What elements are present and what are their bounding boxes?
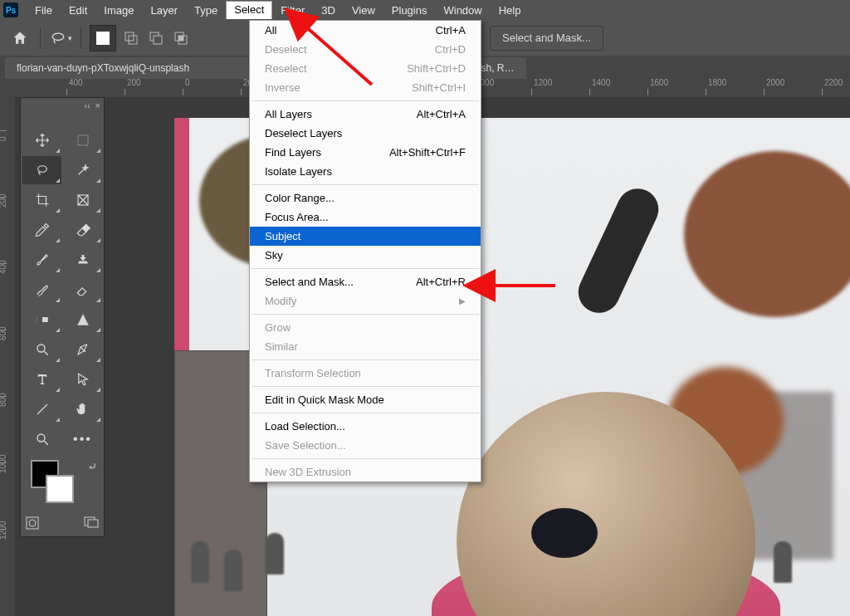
close-icon[interactable]: × (95, 100, 100, 110)
menu-separator (252, 386, 479, 387)
pen-tool[interactable] (63, 335, 102, 364)
menu-item-sky[interactable]: Sky (250, 246, 481, 265)
type-tool[interactable] (22, 365, 61, 394)
quick-mask-toggle[interactable] (26, 515, 41, 533)
menu-edit[interactable]: Edit (61, 2, 95, 19)
selection-mode-intersect[interactable] (171, 28, 191, 48)
menu-select[interactable]: Select (226, 1, 272, 19)
separator (40, 27, 41, 49)
crop-tool[interactable] (22, 186, 61, 214)
separator (81, 27, 81, 49)
svg-point-16 (29, 520, 36, 526)
menu-item-save-selection: Save Selection... (250, 436, 481, 455)
hand-tool[interactable] (63, 395, 102, 423)
color-swatches[interactable]: ⤾ (21, 455, 104, 511)
svg-line-19 (304, 25, 372, 85)
svg-point-9 (37, 166, 46, 173)
tools-panel: ‹‹ × ••• (20, 97, 105, 537)
tab-label: florian-van-duyn-pXToxwjqliQ-unsplash (17, 62, 189, 74)
move-tool[interactable] (22, 126, 61, 154)
menu-item-isolate-layers[interactable]: Isolate Layers (250, 162, 481, 181)
menu-item-new-3d-extrusion: New 3D Extrusion (250, 462, 481, 482)
menu-file[interactable]: File (27, 2, 61, 19)
menu-item-modify: Modify▶ (250, 291, 481, 310)
menu-item-find-layers[interactable]: Find LayersAlt+Shift+Ctrl+F (250, 143, 481, 162)
frame-tool[interactable] (63, 186, 102, 214)
svg-rect-7 (178, 36, 183, 41)
ruler-tick: 800 (0, 393, 7, 407)
menu-item-select-and-mask[interactable]: Select and Mask...Alt+Ctrl+R (250, 272, 481, 291)
collapse-icon[interactable]: ‹‹ (84, 100, 90, 110)
lasso-tool-icon[interactable]: ▾ (49, 27, 72, 50)
menu-item-subject[interactable]: Subject (250, 227, 481, 246)
ruler-tick: 1800 (708, 78, 726, 87)
clone-stamp-tool[interactable] (63, 246, 102, 274)
menu-item-edit-in-quick-mask-mode[interactable]: Edit in Quick Mask Mode (250, 390, 481, 409)
vertical-ruler: 0 200 400 600 800 1000 1200 (0, 97, 15, 616)
menu-item-color-range[interactable]: Color Range... (250, 188, 481, 208)
zoom-tool[interactable] (22, 425, 61, 453)
menu-separator (252, 458, 479, 459)
menu-item-grow: Grow (250, 318, 481, 337)
menu-filter[interactable]: Filter (272, 2, 313, 19)
menu-item-focus-area[interactable]: Focus Area... (250, 208, 481, 227)
ruler-tick: 1200 (534, 78, 552, 87)
magic-wand-tool[interactable] (63, 156, 102, 184)
ruler-tick: 200 (127, 78, 141, 87)
svg-rect-12 (37, 317, 42, 322)
history-brush-tool[interactable] (22, 276, 61, 304)
menu-image[interactable]: Image (95, 2, 142, 19)
home-icon[interactable] (8, 27, 32, 50)
app-logo: Ps (3, 2, 18, 17)
menu-view[interactable]: View (344, 2, 383, 19)
screen-mode-toggle[interactable] (84, 515, 99, 533)
ruler-tick: 200 (0, 193, 7, 208)
background-color[interactable] (46, 475, 74, 503)
ruler-tick: 0 (185, 78, 190, 87)
selection-mode-subtract[interactable] (146, 28, 166, 48)
menu-type[interactable]: Type (186, 2, 226, 19)
more-tool[interactable]: ••• (63, 425, 102, 453)
gradient-tool[interactable] (22, 306, 61, 334)
ruler-tick: 1600 (650, 78, 668, 87)
annotation-arrow (297, 18, 380, 96)
svg-point-0 (52, 33, 63, 40)
lasso-tool[interactable] (22, 156, 61, 184)
menu-layer[interactable]: Layer (143, 2, 187, 19)
ruler-tick: 1000 (0, 455, 7, 473)
ruler-tick: 1400 (592, 78, 610, 87)
menu-plugins[interactable]: Plugins (383, 2, 436, 19)
path-select-tool[interactable] (63, 365, 102, 394)
svg-point-13 (37, 345, 45, 352)
menu-item-transform-selection: Transform Selection (250, 364, 481, 383)
menu-item-all-layers[interactable]: All LayersAlt+Ctrl+A (250, 105, 481, 124)
selection-mode-add[interactable] (121, 28, 141, 48)
eyedropper-tool[interactable] (22, 216, 61, 244)
ruler-tick: 2200 (824, 78, 843, 87)
marquee-tool[interactable] (63, 126, 102, 154)
swap-colors-icon[interactable]: ⤾ (88, 460, 97, 472)
zoom-tool-b[interactable] (22, 335, 61, 364)
ruler-tick: 2000 (766, 78, 784, 87)
menu-item-similar: Similar (250, 337, 481, 356)
svg-rect-18 (88, 520, 98, 527)
svg-point-14 (37, 434, 45, 442)
line-tool[interactable] (22, 395, 61, 423)
menu-separator (252, 359, 479, 360)
menu-item-deselect-layers[interactable]: Deselect Layers (250, 124, 481, 143)
menu-separator (252, 184, 479, 185)
brush-tool[interactable] (22, 246, 61, 274)
eraser-tool[interactable] (63, 216, 102, 244)
menu-window[interactable]: Window (435, 2, 490, 19)
menu-item-load-selection[interactable]: Load Selection... (250, 417, 481, 436)
menu-separator (252, 100, 479, 101)
eraser-tool-2[interactable] (63, 276, 102, 304)
menu-separator (252, 413, 479, 413)
menu-3d[interactable]: 3D (313, 2, 344, 19)
menu-help[interactable]: Help (491, 2, 530, 19)
svg-rect-1 (125, 32, 134, 41)
shape-tool[interactable] (63, 306, 102, 334)
select-and-mask-button[interactable]: Select and Mask... (490, 26, 603, 51)
selection-mode-new[interactable] (90, 25, 116, 51)
menu-separator (252, 314, 479, 315)
